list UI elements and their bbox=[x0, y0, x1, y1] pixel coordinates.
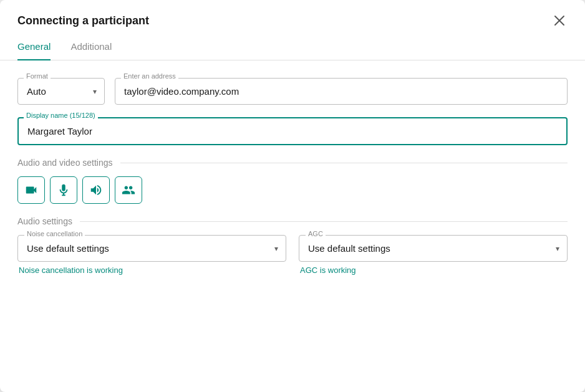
display-name-group: Display name (15/128) bbox=[17, 117, 568, 145]
dialog-header: Connecting a participant bbox=[0, 0, 585, 29]
noise-cancellation-select[interactable]: Use default settings On Off bbox=[18, 236, 286, 261]
audio-section: Audio settings Noise cancellation Use de… bbox=[17, 216, 568, 275]
participant-btn[interactable] bbox=[115, 176, 142, 204]
address-label: Enter an address bbox=[121, 72, 178, 80]
noise-cancellation-label: Noise cancellation bbox=[24, 230, 85, 237]
agc-select-group: AGC Use default settings On Off ▾ bbox=[299, 235, 568, 262]
agc-group: AGC Use default settings On Off ▾ AGC is… bbox=[299, 235, 568, 275]
tab-additional[interactable]: Additional bbox=[70, 41, 112, 60]
noise-cancellation-status: Noise cancellation is working bbox=[17, 265, 286, 275]
av-buttons bbox=[17, 176, 568, 204]
display-name-label: Display name (15/128) bbox=[24, 112, 98, 119]
close-icon bbox=[554, 15, 565, 26]
format-select[interactable]: Auto SIP H.323 RTSP bbox=[18, 79, 104, 104]
camera-icon bbox=[24, 183, 38, 197]
speaker-btn[interactable] bbox=[82, 176, 110, 204]
av-section: Audio and video settings bbox=[17, 158, 568, 204]
audio-section-title: Audio settings bbox=[17, 216, 568, 226]
agc-select[interactable]: Use default settings On Off bbox=[299, 236, 567, 261]
format-group: Format Auto SIP H.323 RTSP ▾ bbox=[17, 78, 105, 105]
audio-settings-row: Noise cancellation Use default settings … bbox=[17, 235, 568, 275]
microphone-icon bbox=[57, 183, 70, 197]
agc-label: AGC bbox=[306, 230, 326, 237]
participant-icon bbox=[122, 183, 135, 197]
noise-cancellation-group: Noise cancellation Use default settings … bbox=[17, 235, 286, 275]
address-input[interactable] bbox=[115, 78, 568, 105]
speaker-icon bbox=[89, 183, 103, 197]
address-group: Enter an address bbox=[115, 78, 568, 105]
tabs: General Additional bbox=[0, 31, 585, 60]
dialog-body: Format Auto SIP H.323 RTSP ▾ Enter an ad… bbox=[0, 60, 585, 292]
display-name-row: Display name (15/128) bbox=[17, 117, 568, 145]
camera-btn[interactable] bbox=[17, 176, 45, 204]
microphone-btn[interactable] bbox=[50, 176, 77, 204]
agc-status: AGC is working bbox=[299, 265, 568, 275]
av-section-title: Audio and video settings bbox=[17, 158, 568, 168]
format-label: Format bbox=[24, 72, 51, 80]
close-button[interactable] bbox=[551, 12, 568, 29]
tab-general[interactable]: General bbox=[17, 41, 51, 60]
noise-cancellation-select-group: Noise cancellation Use default settings … bbox=[17, 235, 286, 262]
connecting-participant-dialog: Connecting a participant General Additio… bbox=[0, 0, 585, 392]
format-address-row: Format Auto SIP H.323 RTSP ▾ Enter an ad… bbox=[17, 78, 568, 105]
dialog-title: Connecting a participant bbox=[17, 14, 149, 27]
display-name-input[interactable] bbox=[17, 117, 568, 145]
format-select-wrapper[interactable]: Auto SIP H.323 RTSP ▾ bbox=[17, 78, 105, 105]
